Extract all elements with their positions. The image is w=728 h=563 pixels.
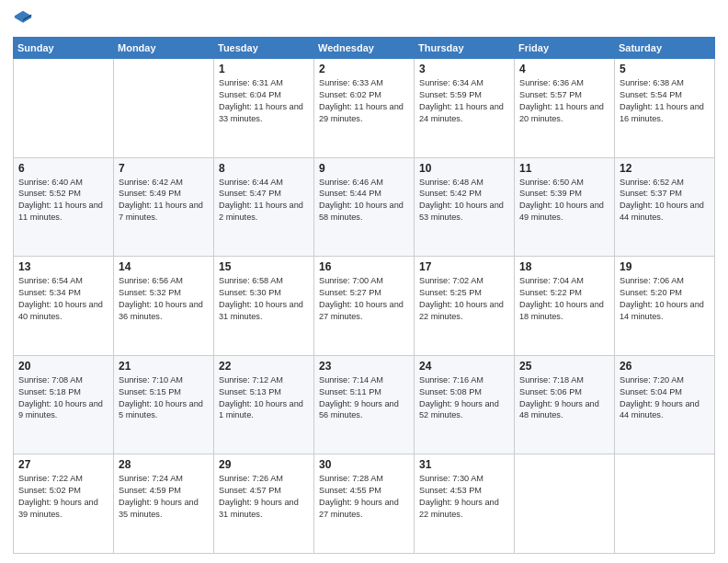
- cell-info: Sunrise: 6:42 AM Sunset: 5:49 PM Dayligh…: [119, 177, 209, 224]
- cell-day: 13: [18, 260, 108, 273]
- cell-day: 21: [119, 360, 209, 373]
- cell-3-2: 22Sunrise: 7:12 AM Sunset: 5:13 PM Dayli…: [214, 355, 314, 454]
- cell-info: Sunrise: 6:34 AM Sunset: 5:59 PM Dayligh…: [419, 77, 509, 125]
- week-row-4: 27Sunrise: 7:22 AM Sunset: 5:02 PM Dayli…: [14, 454, 715, 554]
- cell-info: Sunrise: 6:44 AM Sunset: 5:47 PM Dayligh…: [219, 177, 309, 224]
- cell-day: 7: [119, 162, 209, 175]
- cell-day: 6: [18, 162, 108, 175]
- cell-day: 10: [419, 162, 509, 175]
- cell-day: 20: [18, 360, 108, 373]
- cell-info: Sunrise: 6:48 AM Sunset: 5:42 PM Dayligh…: [419, 177, 509, 224]
- cell-2-6: 19Sunrise: 7:06 AM Sunset: 5:20 PM Dayli…: [615, 257, 715, 356]
- cell-info: Sunrise: 6:46 AM Sunset: 5:44 PM Dayligh…: [319, 177, 409, 224]
- page: SundayMondayTuesdayWednesdayThursdayFrid…: [0, 0, 728, 563]
- cell-3-1: 21Sunrise: 7:10 AM Sunset: 5:15 PM Dayli…: [114, 355, 214, 454]
- cell-day: 30: [319, 458, 409, 471]
- cell-info: Sunrise: 7:16 AM Sunset: 5:08 PM Dayligh…: [419, 374, 509, 422]
- cell-day: 16: [319, 260, 409, 273]
- cell-0-3: 2Sunrise: 6:33 AM Sunset: 6:02 PM Daylig…: [314, 59, 415, 158]
- cell-day: 4: [519, 63, 609, 75]
- cell-info: Sunrise: 7:28 AM Sunset: 4:55 PM Dayligh…: [319, 473, 409, 521]
- cell-day: 5: [620, 63, 710, 75]
- col-header-sunday: Sunday: [14, 38, 114, 59]
- cell-day: 1: [219, 63, 309, 75]
- cell-0-4: 3Sunrise: 6:34 AM Sunset: 5:59 PM Daylig…: [415, 59, 515, 158]
- cell-day: 9: [319, 162, 409, 175]
- cell-info: Sunrise: 6:52 AM Sunset: 5:37 PM Dayligh…: [620, 177, 710, 224]
- calendar-header: SundayMondayTuesdayWednesdayThursdayFrid…: [14, 38, 715, 59]
- cell-day: 12: [620, 162, 710, 175]
- cell-info: Sunrise: 7:10 AM Sunset: 5:15 PM Dayligh…: [119, 374, 209, 422]
- cell-2-5: 18Sunrise: 7:04 AM Sunset: 5:22 PM Dayli…: [515, 257, 615, 356]
- cell-info: Sunrise: 7:04 AM Sunset: 5:22 PM Dayligh…: [519, 275, 609, 323]
- cell-info: Sunrise: 6:31 AM Sunset: 6:04 PM Dayligh…: [219, 77, 309, 125]
- cell-info: Sunrise: 6:54 AM Sunset: 5:34 PM Dayligh…: [18, 275, 108, 323]
- cell-4-0: 27Sunrise: 7:22 AM Sunset: 5:02 PM Dayli…: [14, 454, 114, 554]
- cell-0-5: 4Sunrise: 6:36 AM Sunset: 5:57 PM Daylig…: [515, 59, 615, 158]
- cell-0-2: 1Sunrise: 6:31 AM Sunset: 6:04 PM Daylig…: [214, 59, 314, 158]
- cell-day: 25: [519, 360, 609, 373]
- cell-day: 8: [219, 162, 309, 175]
- cell-2-1: 14Sunrise: 6:56 AM Sunset: 5:32 PM Dayli…: [114, 257, 214, 356]
- calendar-body: 1Sunrise: 6:31 AM Sunset: 6:04 PM Daylig…: [14, 59, 715, 554]
- cell-4-3: 30Sunrise: 7:28 AM Sunset: 4:55 PM Dayli…: [314, 454, 415, 554]
- cell-2-2: 15Sunrise: 6:58 AM Sunset: 5:30 PM Dayli…: [214, 257, 314, 356]
- cell-day: 28: [119, 458, 209, 471]
- cell-info: Sunrise: 6:50 AM Sunset: 5:39 PM Dayligh…: [519, 177, 609, 224]
- cell-day: 23: [319, 360, 409, 373]
- cell-2-0: 13Sunrise: 6:54 AM Sunset: 5:34 PM Dayli…: [14, 257, 114, 356]
- col-header-tuesday: Tuesday: [214, 38, 314, 59]
- cell-2-3: 16Sunrise: 7:00 AM Sunset: 5:27 PM Dayli…: [314, 257, 415, 356]
- cell-day: 17: [419, 260, 509, 273]
- cell-0-6: 5Sunrise: 6:38 AM Sunset: 5:54 PM Daylig…: [615, 59, 715, 158]
- cell-info: Sunrise: 6:38 AM Sunset: 5:54 PM Dayligh…: [620, 77, 710, 125]
- header: [13, 9, 715, 29]
- cell-day: 22: [219, 360, 309, 373]
- cell-1-3: 9Sunrise: 6:46 AM Sunset: 5:44 PM Daylig…: [314, 157, 415, 257]
- logo: [13, 9, 37, 29]
- cell-1-6: 12Sunrise: 6:52 AM Sunset: 5:37 PM Dayli…: [615, 157, 715, 257]
- col-header-thursday: Thursday: [415, 38, 515, 59]
- cell-day: 2: [319, 63, 409, 75]
- cell-info: Sunrise: 6:33 AM Sunset: 6:02 PM Dayligh…: [319, 77, 409, 125]
- cell-day: 15: [219, 260, 309, 273]
- col-header-wednesday: Wednesday: [314, 38, 415, 59]
- cell-3-4: 24Sunrise: 7:16 AM Sunset: 5:08 PM Dayli…: [415, 355, 515, 454]
- header-row: SundayMondayTuesdayWednesdayThursdayFrid…: [14, 38, 715, 59]
- cell-info: Sunrise: 7:00 AM Sunset: 5:27 PM Dayligh…: [319, 275, 409, 323]
- cell-day: 14: [119, 260, 209, 273]
- cell-day: 3: [419, 63, 509, 75]
- cell-info: Sunrise: 7:20 AM Sunset: 5:04 PM Dayligh…: [620, 374, 710, 422]
- cell-2-4: 17Sunrise: 7:02 AM Sunset: 5:25 PM Dayli…: [415, 257, 515, 356]
- cell-info: Sunrise: 6:58 AM Sunset: 5:30 PM Dayligh…: [219, 275, 309, 323]
- cell-1-5: 11Sunrise: 6:50 AM Sunset: 5:39 PM Dayli…: [515, 157, 615, 257]
- calendar-table: SundayMondayTuesdayWednesdayThursdayFrid…: [13, 37, 715, 554]
- cell-1-4: 10Sunrise: 6:48 AM Sunset: 5:42 PM Dayli…: [415, 157, 515, 257]
- cell-4-2: 29Sunrise: 7:26 AM Sunset: 4:57 PM Dayli…: [214, 454, 314, 554]
- cell-3-3: 23Sunrise: 7:14 AM Sunset: 5:11 PM Dayli…: [314, 355, 415, 454]
- cell-1-1: 7Sunrise: 6:42 AM Sunset: 5:49 PM Daylig…: [114, 157, 214, 257]
- cell-day: 31: [419, 458, 509, 471]
- col-header-monday: Monday: [114, 38, 214, 59]
- cell-day: 18: [519, 260, 609, 273]
- cell-info: Sunrise: 6:36 AM Sunset: 5:57 PM Dayligh…: [519, 77, 609, 125]
- cell-3-6: 26Sunrise: 7:20 AM Sunset: 5:04 PM Dayli…: [615, 355, 715, 454]
- cell-4-1: 28Sunrise: 7:24 AM Sunset: 4:59 PM Dayli…: [114, 454, 214, 554]
- cell-day: 26: [620, 360, 710, 373]
- cell-4-6: [615, 454, 715, 554]
- cell-info: Sunrise: 6:56 AM Sunset: 5:32 PM Dayligh…: [119, 275, 209, 323]
- cell-1-0: 6Sunrise: 6:40 AM Sunset: 5:52 PM Daylig…: [14, 157, 114, 257]
- cell-info: Sunrise: 7:30 AM Sunset: 4:53 PM Dayligh…: [419, 473, 509, 521]
- cell-day: 29: [219, 458, 309, 471]
- week-row-2: 13Sunrise: 6:54 AM Sunset: 5:34 PM Dayli…: [14, 257, 715, 356]
- cell-4-4: 31Sunrise: 7:30 AM Sunset: 4:53 PM Dayli…: [415, 454, 515, 554]
- cell-info: Sunrise: 7:22 AM Sunset: 5:02 PM Dayligh…: [18, 473, 108, 521]
- cell-info: Sunrise: 7:18 AM Sunset: 5:06 PM Dayligh…: [519, 374, 609, 422]
- cell-day: 27: [18, 458, 108, 471]
- cell-day: 11: [519, 162, 609, 175]
- cell-info: Sunrise: 7:12 AM Sunset: 5:13 PM Dayligh…: [219, 374, 309, 422]
- week-row-0: 1Sunrise: 6:31 AM Sunset: 6:04 PM Daylig…: [14, 59, 715, 158]
- cell-3-0: 20Sunrise: 7:08 AM Sunset: 5:18 PM Dayli…: [14, 355, 114, 454]
- week-row-3: 20Sunrise: 7:08 AM Sunset: 5:18 PM Dayli…: [14, 355, 715, 454]
- cell-day: 19: [620, 260, 710, 273]
